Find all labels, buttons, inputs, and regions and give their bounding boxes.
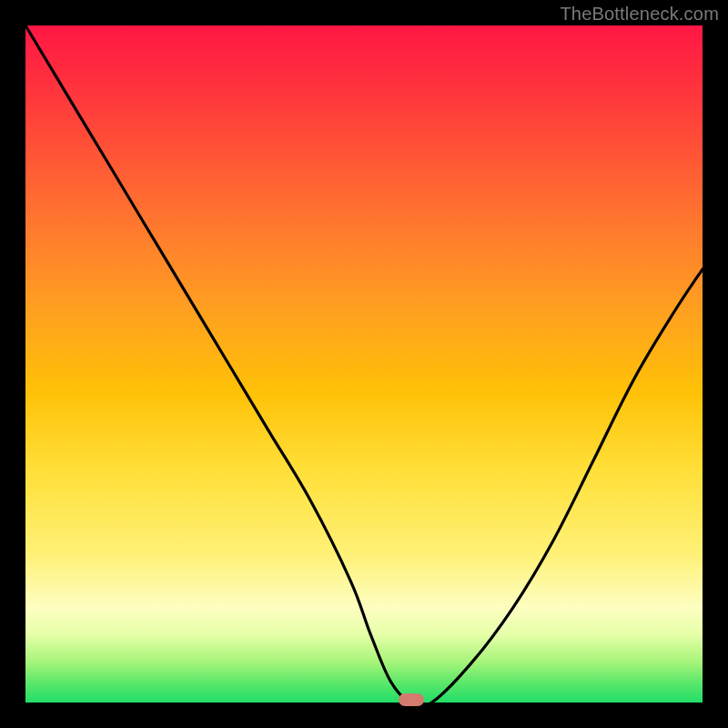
plot-area <box>25 25 703 703</box>
chart-frame: TheBottleneck.com <box>0 0 728 728</box>
optimal-marker <box>399 693 424 706</box>
curve-path <box>25 25 703 707</box>
watermark-text: TheBottleneck.com <box>560 4 719 25</box>
bottleneck-curve <box>25 25 703 703</box>
